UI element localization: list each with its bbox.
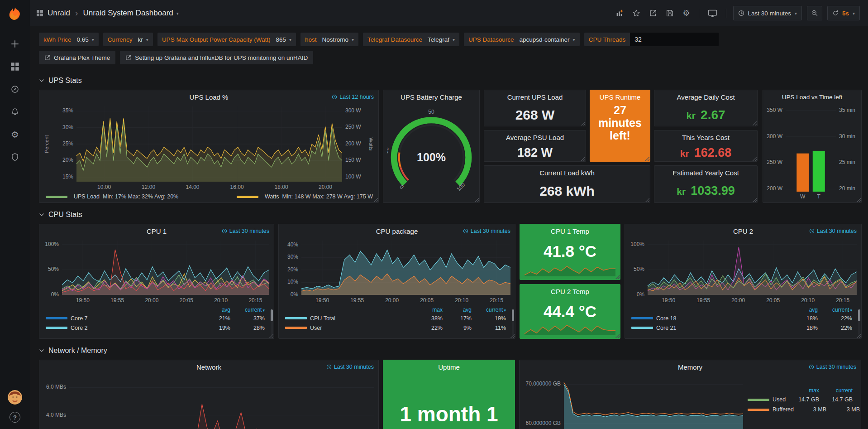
panel-title[interactable]: Uptime [438, 363, 460, 371]
panel-title[interactable]: UPS Battery Charge [401, 93, 462, 101]
save-icon [666, 9, 674, 17]
share-icon [649, 9, 657, 17]
legend-row[interactable]: Core 2 19% 28% [46, 323, 265, 333]
sidebar-item-server-admin[interactable] [7, 152, 23, 162]
variable-label: UPS Datasource [468, 36, 514, 43]
clock-icon [326, 364, 332, 370]
legend-col-current[interactable]: current [819, 387, 853, 394]
variable-value-dropdown[interactable]: apcupsd-container▾ [520, 36, 575, 43]
breadcrumb: Unraid › Unraid System Dashboard ▾ [36, 8, 179, 18]
panel-ups-load-vs-time-left: UPS Load vs Time left 200 W250 W300 W350… [763, 90, 862, 203]
panel-title[interactable]: Current Load kWh [539, 169, 595, 177]
cycle-view-mode-button[interactable] [706, 8, 719, 19]
panel-title[interactable]: CPU 1 [147, 227, 167, 235]
panel-title[interactable]: Current UPS Load [507, 93, 563, 101]
zoom-out-button[interactable] [807, 6, 822, 20]
panel-title[interactable]: CPU package [376, 227, 418, 235]
variable-value-dropdown[interactable]: 865▾ [276, 36, 291, 43]
legend-row[interactable]: Core 18 18% 22% [631, 313, 852, 323]
sidebar-item-dashboards[interactable] [7, 62, 23, 72]
row-header-network-memory[interactable]: Network / Memory [39, 345, 862, 356]
breadcrumb-dashboard[interactable]: Unraid System Dashboard ▾ [83, 9, 178, 18]
panel-title[interactable]: Memory [678, 363, 702, 371]
legend-scrollbar[interactable] [858, 309, 860, 336]
svg-text:50: 50 [428, 109, 434, 115]
legend-col-current[interactable]: current [230, 307, 265, 313]
legend-col-avg[interactable]: avg [443, 307, 472, 313]
row-header-cpu-stats[interactable]: CPU Stats [39, 209, 862, 220]
variable-cpu-threads: CPU Threads [584, 33, 719, 46]
panel-title[interactable]: Average PSU Load [506, 134, 564, 141]
breadcrumb-app[interactable]: Unraid [48, 9, 70, 18]
link-grafana-plex-theme[interactable]: Grafana Plex Theme [39, 51, 115, 64]
panel-title[interactable]: UPS Load % [190, 93, 229, 101]
battery-gauge: 02050100100% [387, 105, 476, 199]
add-panel-button[interactable] [614, 7, 625, 19]
graph-legend: UPS Load Min: 17% Max: 32% Avg: 20% Watt… [39, 192, 378, 202]
share-dashboard-button[interactable] [647, 7, 659, 19]
load-vs-time-bar-chart[interactable]: 200 W250 W300 W350 W20 min25 min30 min35… [763, 104, 861, 201]
legend-item-ups-load[interactable]: UPS Load Min: 17% Max: 32% Avg: 20% [46, 193, 178, 200]
panel-ups-battery-charge: UPS Battery Charge 02050100100% [383, 90, 480, 203]
variable-label: host [305, 36, 317, 43]
panel-title[interactable]: This Years Cost [682, 134, 730, 141]
legend-scrollbar[interactable] [512, 309, 514, 336]
row-header-ups-stats[interactable]: UPS Stats [39, 75, 862, 86]
sidebar-item-explore[interactable] [7, 84, 23, 94]
variable-value-dropdown[interactable]: 0.65▾ [77, 36, 94, 43]
panel-title[interactable]: CPU 1 Temp [551, 227, 589, 235]
chevron-down-icon: ▾ [453, 37, 455, 42]
panel-title[interactable]: CPU 2 [733, 227, 753, 235]
legend-row[interactable]: CPU Total 38% 17% 19% [285, 313, 506, 323]
panel-title[interactable]: Average Daily Cost [677, 93, 734, 101]
cpu-threads-input[interactable] [630, 33, 719, 46]
panel-title[interactable]: Estimated Yearly Cost [672, 169, 739, 177]
ups-load-chart[interactable]: 10:0012:0014:0016:0018:0020:0015%20%25%3… [39, 104, 378, 192]
legend-item-watts[interactable]: Watts Min: 148 W Max: 278 W Avg: 175 W [237, 193, 373, 200]
panel-title[interactable]: UPS Load vs Time left [782, 94, 843, 101]
cpu2-chart[interactable]: 19:5019:5520:0020:0520:1020:150%50%100% [625, 238, 861, 305]
save-dashboard-button[interactable] [664, 7, 676, 19]
legend-row[interactable]: Used 14.7 GB 14.7 GB [748, 395, 853, 405]
legend-row[interactable]: Buffered 3 MB 3 MB [748, 405, 853, 415]
legend-col-avg[interactable]: avg [789, 307, 818, 313]
legend-col-max[interactable]: max [787, 387, 819, 394]
panel-title[interactable]: Network [196, 363, 221, 371]
legend-col-current[interactable]: current [818, 307, 852, 313]
legend-row[interactable]: Core 21 18% 22% [631, 323, 852, 333]
sidebar-item-alerting[interactable] [7, 107, 23, 117]
dashboard-settings-button[interactable]: ⚙ [681, 7, 692, 19]
grafana-app: ⚙ ? Unraid › Unraid System Dashboard ▾ [0, 0, 868, 429]
variable-value-dropdown[interactable]: Nostromo▾ [322, 36, 354, 43]
row-title: CPU Stats [48, 211, 82, 219]
panel-title[interactable]: CPU 2 Temp [551, 288, 589, 295]
clock-icon [463, 228, 468, 234]
cpu1-chart[interactable]: 19:5019:5520:0020:0520:1020:150%50%100% [39, 238, 274, 305]
legend-row[interactable]: Core 7 21% 37% [46, 313, 265, 323]
network-chart[interactable]: 2.0 MBs4.0 MBs6.0 MBs [39, 374, 378, 429]
panel-title[interactable]: UPS Runtime [600, 93, 641, 101]
sidebar-item-create[interactable] [7, 39, 23, 49]
cpu-package-chart[interactable]: 19:5019:5520:0020:0520:1020:150%10%20%30… [279, 238, 515, 305]
refresh-picker[interactable]: 5s ▾ [827, 6, 860, 20]
star-dashboard-button[interactable] [630, 7, 642, 19]
star-icon [632, 9, 640, 17]
variable-value-dropdown[interactable]: kr▾ [138, 36, 148, 43]
grafana-logo[interactable] [7, 6, 23, 22]
help-icon[interactable]: ? [10, 412, 20, 423]
time-range-picker[interactable]: Last 30 minutes ▾ [733, 6, 802, 20]
panel-header: UPS Load % Last 12 hours [39, 90, 378, 104]
legend-col-current[interactable]: current [472, 307, 506, 313]
legend-row[interactable]: User 22% 9% 11% [285, 323, 506, 333]
legend-col-avg[interactable]: avg [201, 307, 230, 313]
memory-chart[interactable]: 50.000000 GB60.000000 GB70.000000 GB [520, 374, 748, 429]
user-avatar[interactable] [8, 390, 22, 405]
legend-scrollbar[interactable] [271, 309, 273, 336]
variable-value-dropdown[interactable]: Telegraf▾ [428, 36, 455, 43]
gear-icon: ⚙ [11, 130, 19, 139]
sidebar-item-configuration[interactable]: ⚙ [7, 130, 23, 140]
gear-icon: ⚙ [682, 9, 690, 17]
link-ups-monitoring-guide[interactable]: Setting up Grafana and InfluxDB for UPS … [120, 51, 313, 64]
legend-col-max[interactable]: max [414, 307, 443, 313]
panel-header: UPS Battery Charge [383, 90, 479, 104]
